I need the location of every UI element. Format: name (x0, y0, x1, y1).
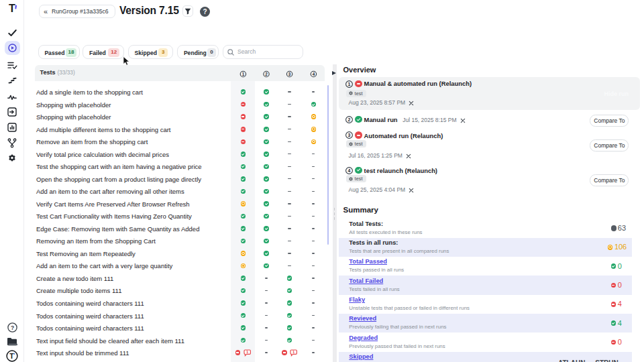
svg-text:4: 4 (348, 168, 351, 173)
svg-text:?: ? (11, 324, 14, 331)
svg-text:3: 3 (348, 133, 351, 138)
svg-text:1: 1 (242, 72, 245, 76)
svg-text:4: 4 (313, 72, 315, 76)
svg-text:T: T (9, 352, 14, 360)
svg-text:1: 1 (348, 82, 351, 86)
svg-text:2: 2 (265, 72, 268, 76)
svg-text:3: 3 (288, 72, 291, 76)
svg-text:2: 2 (348, 117, 351, 122)
